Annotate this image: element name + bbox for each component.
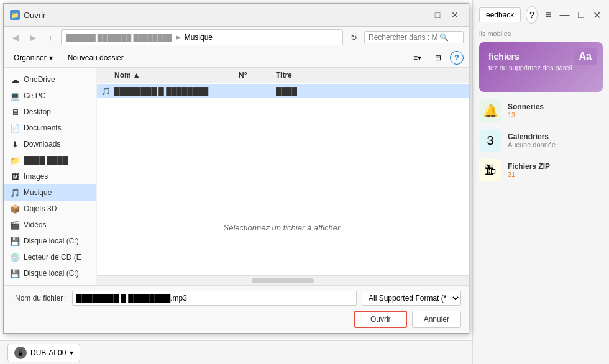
file-dialog: 📁 Ouvrir — □ ✕ ◀ ▶ ↑ ██████ ███████ ████… [3,3,469,334]
info-item-calendriers[interactable]: 3 Calendriers Aucune donnée [479,129,603,152]
purple-card-desc: tez ou supprimez des pareil. [488,64,593,71]
nav-item-label: Objets 3D [24,204,57,213]
col-header-nom[interactable]: Nom ▲ [109,70,234,81]
nav-item-cepc[interactable]: 💻Ce PC [4,88,96,104]
nav-item-label: Desktop [24,107,51,116]
toolbar-help-button[interactable]: ? [450,51,464,65]
nouveau-dossier-label: Nouveau dossier [68,53,124,62]
nav-item-icon: 💾 [10,236,20,246]
nav-item-label: OneDrive [24,75,55,84]
toolbar-right: ≡▾ ⊟ ? [408,51,464,65]
nav-item-icon: 🎵 [10,188,20,198]
info-label: Fichiers ZIP [508,162,550,171]
info-text: Calendriers Aucune donnée [508,132,556,148]
filename-input[interactable] [72,291,357,306]
nav-item-icon: ⬇ [10,139,20,149]
device-label: DUB-AL00 [30,348,66,357]
dialog-title: 📁 Ouvrir [10,10,45,20]
nav-item-icon: 💾 [10,268,20,278]
organiser-button[interactable]: Organiser ▾ [9,52,58,64]
dialog-maximize-button[interactable]: □ [430,7,445,22]
maximize-button[interactable]: □ [575,6,587,24]
button-row: Ouvrir Annuler [11,311,461,328]
dialog-bottom: Nom du fichier : All Supported Format (*… [4,285,469,333]
nouveau-dossier-button[interactable]: Nouveau dossier [63,52,129,64]
breadcrumb-blurred: ██████ ███████ ████████ [66,34,172,41]
col-header-num[interactable]: N° [234,70,271,81]
view-button[interactable]: ≡▾ [408,52,426,64]
nav-item-disquelocal(c:)[interactable]: 💾Disque local (C:) [4,265,96,281]
nav-item-label: Disque local (C:) [24,269,79,278]
nav-item-icon: 🖼 [10,171,20,181]
dialog-icon: 📁 [10,10,20,20]
nav-item-documents[interactable]: 📄Documents [4,120,96,136]
col-header-titre[interactable]: Titre [271,70,321,81]
breadcrumb-bar: ██████ ███████ ████████ ► Musique [61,29,343,45]
device-chevron: ▾ [70,348,73,357]
search-input[interactable] [369,33,437,42]
dialog-close-button[interactable]: ✕ [447,7,462,22]
nav-item-desktop[interactable]: 🖥Desktop [4,104,96,120]
nav-item-label: Disque local (C:) [24,237,79,245]
toolbar: Organiser ▾ Nouveau dossier ≡▾ ⊟ ? [4,48,469,68]
nav-item-musique[interactable]: 🎵Musique [4,184,96,201]
dialog-minimize-button[interactable]: — [413,7,428,22]
organiser-label: Organiser [14,53,47,62]
nav-sidebar: ☁OneDrive💻Ce PC🖥Desktop📄Documents⬇Downlo… [4,68,97,285]
sort-indicator: ▲ [133,71,140,80]
info-text: Sonneries 13 [508,102,544,119]
nav-item-label: Musique [24,188,52,197]
nav-item-icon: 📁 [10,155,20,165]
nav-item-disquelocal(c:)[interactable]: 💾Disque local (C:) [4,233,96,249]
hscroll-area[interactable] [97,275,469,285]
minimize-button[interactable]: — [559,6,570,24]
nav-item-onedrive[interactable]: ☁OneDrive [4,71,96,88]
help-button[interactable]: ? [526,6,538,24]
right-items-container: 🔔 Sonneries 13 3 Calendriers Aucune donn… [479,99,603,181]
cancel-button[interactable]: Annuler [412,311,461,328]
filetype-select[interactable]: All Supported Format (*.mp3;*. [362,291,461,306]
nav-item-images[interactable]: 🖼Images [4,168,96,184]
nav-item-icon: 💻 [10,91,20,101]
info-label: Sonneries [508,102,544,111]
file-name: ████████ █ ████████ [109,86,234,96]
menu-button[interactable]: ≡ [543,6,554,24]
nav-up-button[interactable]: ↑ [44,30,57,44]
nav-item-label: Images [24,172,48,181]
dialog-titlebar: 📁 Ouvrir — □ ✕ [4,4,469,27]
file-icon: 🎵 [97,87,109,96]
pane-button[interactable]: ⊟ [430,52,446,64]
nav-item-████████[interactable]: 📁████ ████ [4,152,96,168]
purple-card: fichiers tez ou supprimez des pareil. Aa [479,42,603,92]
device-selector[interactable]: 📱 DUB-AL00 ▾ [7,344,80,362]
nav-refresh-button[interactable]: ↻ [347,30,360,44]
nav-item-icon: 🖥 [10,107,20,117]
info-item-fichiers-zip[interactable]: 🗜 Fichiers ZIP 31 [479,159,603,181]
nav-forward-button[interactable]: ▶ [26,30,40,44]
nav-item-label: Ce PC [24,91,45,100]
nav-item-icon: 📦 [10,204,20,214]
nav-item-icon: ☁ [10,75,20,84]
info-icon: 🔔 [479,99,501,122]
table-row[interactable]: 🎵 ████████ █ ████████ ████ [97,84,469,98]
close-button[interactable]: ✕ [592,6,603,24]
nav-item-lecteurdecd(e[interactable]: 💿Lecteur de CD (E [4,249,96,265]
nav-item-objets3d[interactable]: 📦Objets 3D [4,201,96,217]
info-count: 31 [508,171,550,178]
nav-back-button[interactable]: ◀ [9,30,22,44]
nav-item-downloads[interactable]: ⬇Downloads [4,136,96,152]
breadcrumb-separator: ► [175,33,182,42]
organiser-chevron-icon: ▾ [49,53,53,62]
open-button[interactable]: Ouvrir [354,311,407,328]
right-panel-header: eedback ? ≡ — □ ✕ [479,6,603,24]
nav-item-label: Documents [24,124,62,132]
section-label: ils mobiles [479,30,603,37]
feedback-button[interactable]: eedback [479,7,521,22]
right-panel: eedback ? ≡ — □ ✕ ils mobiles fichiers t… [472,0,609,364]
nav-item-vidéos[interactable]: 🎬Vidéos [4,217,96,233]
nav-item-label: Lecteur de CD (E [24,253,81,262]
info-sub: Aucune donnée [508,141,556,148]
search-icon: 🔍 [439,33,449,42]
dialog-title-text: Ouvrir [24,11,45,20]
info-item-sonneries[interactable]: 🔔 Sonneries 13 [479,99,603,122]
